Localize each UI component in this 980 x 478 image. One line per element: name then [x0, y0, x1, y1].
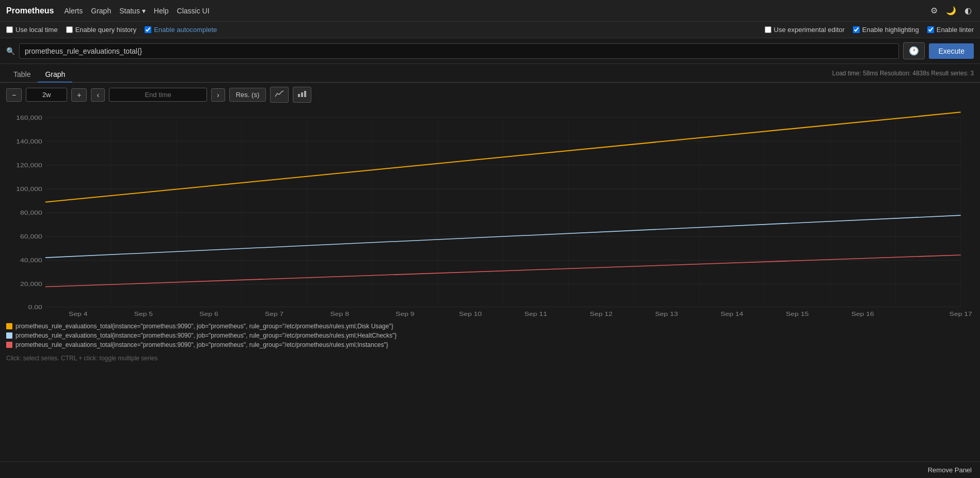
svg-text:60,000: 60,000	[20, 233, 42, 240]
legend-item-2[interactable]: prometheus_rule_evaluations_total{instan…	[6, 341, 974, 348]
chart-wrap: 160,000 140,000 120,000 100,000 80,000 6…	[6, 107, 974, 318]
nav-help[interactable]: Help	[154, 7, 169, 15]
svg-text:Sep 10: Sep 10	[459, 311, 482, 317]
search-icon: 🔍	[6, 47, 15, 55]
resolution-button[interactable]: Res. (s)	[229, 88, 266, 102]
stacked-chart-icon	[297, 90, 307, 98]
svg-text:Sep 12: Sep 12	[590, 311, 612, 317]
enable-highlighting-label[interactable]: Enable highlighting	[853, 26, 919, 34]
svg-text:Sep 14: Sep 14	[720, 311, 743, 317]
tab-bar: Table Graph Load time: 58ms Resolution: …	[0, 64, 980, 83]
line-chart-icon	[275, 90, 284, 98]
circle-icon[interactable]: ◐	[962, 4, 974, 18]
use-experimental-editor-checkbox[interactable]	[765, 26, 771, 33]
stacked-chart-button[interactable]	[293, 87, 311, 103]
svg-text:160,000: 160,000	[16, 115, 42, 121]
gear-icon[interactable]: ⚙	[928, 4, 940, 18]
use-local-time-checkbox[interactable]	[6, 26, 13, 33]
svg-text:Sep 5: Sep 5	[134, 311, 153, 317]
graph-controls: − 2w + ‹ › Res. (s)	[0, 83, 980, 107]
svg-text:Sep 8: Sep 8	[330, 311, 349, 317]
legend-color-2	[6, 342, 12, 348]
svg-text:Sep 7: Sep 7	[265, 311, 283, 317]
legend-color-1	[6, 332, 12, 339]
nav-classic-ui[interactable]: Classic UI	[177, 7, 210, 15]
legend-label-2: prometheus_rule_evaluations_total{instan…	[15, 341, 388, 348]
enable-query-history-label[interactable]: Enable query history	[66, 26, 137, 34]
nav-alerts[interactable]: Alerts	[64, 7, 83, 15]
svg-rect-1	[301, 92, 303, 97]
legend: prometheus_rule_evaluations_total{instan…	[0, 318, 980, 353]
chart-container: 160,000 140,000 120,000 100,000 80,000 6…	[0, 107, 980, 318]
end-time-input[interactable]	[109, 88, 207, 102]
navbar-right: ⚙ 🌙 ◐	[928, 4, 974, 18]
enable-autocomplete-label[interactable]: Enable autocomplete	[145, 26, 217, 34]
svg-rect-0	[298, 94, 300, 97]
nav-status-dropdown[interactable]: Status ▾	[119, 7, 146, 15]
svg-text:40,000: 40,000	[20, 258, 42, 264]
enable-query-history-checkbox[interactable]	[66, 26, 73, 33]
tab-graph[interactable]: Graph	[38, 67, 72, 83]
svg-rect-2	[304, 91, 306, 97]
nav-graph[interactable]: Graph	[91, 7, 111, 15]
svg-text:Sep 6: Sep 6	[199, 311, 218, 317]
svg-text:80,000: 80,000	[20, 210, 42, 216]
svg-text:0.00: 0.00	[28, 304, 42, 310]
svg-text:140,000: 140,000	[16, 138, 42, 145]
navbar: Prometheus Alerts Graph Status ▾ Help Cl…	[0, 0, 980, 22]
svg-text:Sep 13: Sep 13	[655, 311, 678, 317]
execute-button[interactable]: Execute	[929, 43, 974, 59]
chart-svg: 160,000 140,000 120,000 100,000 80,000 6…	[6, 107, 974, 318]
range-display: 2w	[26, 88, 67, 102]
legend-hint: Click: select series. CTRL + click: togg…	[0, 353, 980, 366]
enable-linter-checkbox[interactable]	[927, 26, 934, 33]
options-bar: Use local time Enable query history Enab…	[0, 22, 980, 38]
use-local-time-label[interactable]: Use local time	[6, 26, 58, 34]
increase-range-button[interactable]: +	[71, 88, 87, 102]
svg-text:100,000: 100,000	[16, 186, 42, 192]
use-experimental-editor-label[interactable]: Use experimental editor	[765, 26, 845, 34]
legend-item-0[interactable]: prometheus_rule_evaluations_total{instan…	[6, 323, 974, 330]
svg-text:Sep 9: Sep 9	[396, 311, 414, 317]
moon-icon[interactable]: 🌙	[944, 4, 958, 18]
svg-text:20,000: 20,000	[20, 281, 42, 288]
options-right: Use experimental editor Enable highlight…	[765, 26, 974, 34]
svg-text:Sep 4: Sep 4	[69, 311, 87, 317]
line-chart-button[interactable]	[270, 87, 289, 103]
svg-text:Sep 11: Sep 11	[525, 311, 547, 317]
svg-text:Sep 16: Sep 16	[851, 311, 874, 317]
legend-label-0: prometheus_rule_evaluations_total{instan…	[15, 323, 393, 330]
enable-autocomplete-checkbox[interactable]	[145, 26, 151, 33]
history-button[interactable]: 🕐	[903, 42, 925, 59]
svg-text:120,000: 120,000	[16, 162, 42, 168]
tab-meta: Load time: 58ms Resolution: 4838s Result…	[832, 70, 974, 80]
tab-table[interactable]: Table	[6, 67, 38, 83]
app-title: Prometheus	[6, 6, 54, 15]
enable-linter-label[interactable]: Enable linter	[927, 26, 974, 34]
search-input[interactable]	[19, 43, 899, 59]
svg-text:Sep 15: Sep 15	[786, 311, 809, 317]
decrease-range-button[interactable]: −	[6, 88, 22, 102]
legend-item-1[interactable]: prometheus_rule_evaluations_total{instan…	[6, 332, 974, 339]
next-time-button[interactable]: ›	[211, 88, 225, 102]
prev-time-button[interactable]: ‹	[91, 88, 105, 102]
svg-text:Sep 17: Sep 17	[950, 311, 972, 317]
enable-highlighting-checkbox[interactable]	[853, 26, 860, 33]
legend-label-1: prometheus_rule_evaluations_total{instan…	[15, 332, 397, 339]
legend-color-0	[6, 323, 12, 329]
search-bar: 🔍 🕐 Execute	[0, 38, 980, 64]
